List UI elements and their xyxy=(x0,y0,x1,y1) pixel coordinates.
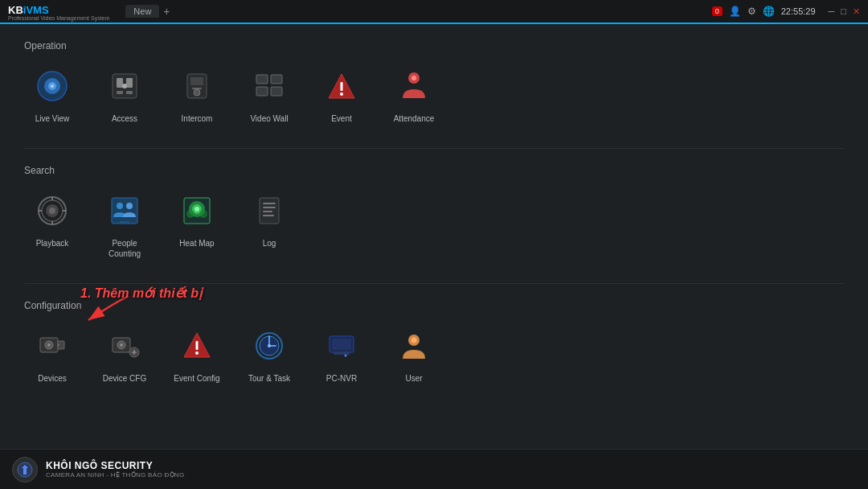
log-icon-box xyxy=(247,188,292,233)
sidebar-item-live-view[interactable]: Live View xyxy=(24,64,80,124)
event-config-icon-box xyxy=(174,323,219,368)
svg-point-39 xyxy=(186,210,194,218)
playback-label: Playback xyxy=(36,238,69,249)
pc-nvr-label: PC-NVR xyxy=(326,373,357,384)
user-icon: 👤 xyxy=(729,6,741,17)
sidebar-item-access[interactable]: Access xyxy=(96,64,153,124)
heat-map-icon-box xyxy=(174,188,219,233)
close-button[interactable]: ✕ xyxy=(853,6,860,17)
bottom-branding: KHÔI NGÔ SECURITY CAMERA AN NINH - HỆ TH… xyxy=(0,449,868,489)
section-operation-title: Operation xyxy=(24,40,844,51)
logo-sub: Professional Video Management System xyxy=(8,15,109,21)
devices-icon xyxy=(36,330,68,362)
svg-rect-8 xyxy=(126,91,133,94)
sidebar-item-tour-task[interactable]: Tour & Task xyxy=(241,323,297,384)
annotation-text: 1. Thêm mới thiết bị xyxy=(80,286,202,301)
sidebar-item-log[interactable]: Log xyxy=(241,188,297,259)
add-tab-button[interactable]: + xyxy=(163,5,170,18)
sidebar-item-attendance[interactable]: Attendance xyxy=(386,64,442,124)
svg-rect-5 xyxy=(117,78,123,88)
people-counting-icon xyxy=(108,195,141,227)
user-icon-box xyxy=(391,323,436,368)
event-icon-box xyxy=(319,64,364,109)
svg-point-38 xyxy=(194,207,199,212)
device-cfg-icon-box xyxy=(102,323,147,368)
device-cfg-icon xyxy=(108,330,141,362)
sidebar-item-heat-map[interactable]: Heat Map xyxy=(169,188,225,259)
minimize-button[interactable]: ─ xyxy=(829,6,835,17)
intercom-label: Intercom xyxy=(182,113,213,124)
svg-point-22 xyxy=(411,76,416,80)
logo-ivms: iVMS xyxy=(23,4,49,16)
log-icon xyxy=(253,195,285,227)
svg-point-33 xyxy=(126,203,133,209)
logo-kb: KB xyxy=(8,4,23,16)
search-grid: Playback People Counting xyxy=(24,188,844,259)
playback-icon-box xyxy=(30,188,75,233)
brand-logo-icon xyxy=(17,462,33,478)
sidebar-item-video-wall[interactable]: Video Wall xyxy=(241,64,297,124)
svg-point-20 xyxy=(340,92,343,96)
intercom-icon xyxy=(181,70,213,102)
sidebar-item-intercom[interactable]: Intercom xyxy=(169,64,225,124)
log-label: Log xyxy=(263,238,276,249)
people-counting-icon-box xyxy=(102,188,147,233)
attendance-icon xyxy=(398,70,430,102)
brand-main-text: KHÔI NGÔ SECURITY xyxy=(46,460,184,471)
heat-map-icon xyxy=(181,195,213,227)
tour-task-icon xyxy=(253,330,285,362)
svg-point-26 xyxy=(49,208,55,214)
device-cfg-label: Device CFG xyxy=(103,373,146,384)
intercom-icon-box xyxy=(174,64,219,109)
access-label: Access xyxy=(112,113,137,124)
svg-rect-64 xyxy=(334,352,350,355)
tab-new[interactable]: New xyxy=(125,5,159,18)
tour-task-icon-box xyxy=(247,323,292,368)
svg-rect-45 xyxy=(263,215,274,216)
settings-icon[interactable]: ⚙ xyxy=(747,6,756,17)
sidebar-item-playback[interactable]: Playback xyxy=(24,188,80,259)
divider-1 xyxy=(24,148,844,149)
svg-rect-57 xyxy=(196,341,199,350)
svg-point-49 xyxy=(47,343,51,347)
svg-point-3 xyxy=(51,84,54,88)
live-view-icon xyxy=(36,70,68,102)
svg-rect-17 xyxy=(271,87,282,96)
svg-point-67 xyxy=(411,338,417,343)
network-icon: 🌐 xyxy=(763,6,775,17)
sidebar-item-user[interactable]: User xyxy=(386,323,442,384)
configuration-section: Configuration 1. Thêm mới thiết bị xyxy=(24,300,844,384)
svg-rect-7 xyxy=(117,91,123,94)
svg-rect-14 xyxy=(256,75,268,84)
maximize-button[interactable]: □ xyxy=(841,6,846,17)
app-logo: KBiVMS Professional Video Management Sys… xyxy=(8,2,109,21)
event-config-label: Event Config xyxy=(174,373,219,384)
sidebar-item-people-counting[interactable]: People Counting xyxy=(96,188,153,259)
config-grid: Devices Device CFG xyxy=(24,323,844,384)
live-view-icon-box xyxy=(30,64,75,109)
sidebar-item-event[interactable]: Event xyxy=(313,64,370,124)
event-config-icon xyxy=(181,330,213,362)
sidebar-item-pc-nvr[interactable]: PC-NVR xyxy=(313,323,370,384)
video-wall-label: Video Wall xyxy=(250,113,288,124)
devices-label: Devices xyxy=(38,373,67,384)
svg-rect-43 xyxy=(263,207,276,208)
sidebar-item-devices[interactable]: Devices xyxy=(24,323,80,384)
playback-icon xyxy=(36,195,68,227)
people-counting-label: People Counting xyxy=(96,238,153,259)
svg-rect-31 xyxy=(112,198,137,224)
access-icon-box xyxy=(102,64,147,109)
svg-point-32 xyxy=(117,203,123,209)
svg-point-61 xyxy=(268,344,271,347)
titlebar: KBiVMS Professional Video Management Sys… xyxy=(0,0,868,24)
pc-nvr-icon-box xyxy=(319,323,364,368)
sidebar-item-device-cfg[interactable]: Device CFG xyxy=(96,323,153,384)
video-wall-icon xyxy=(253,70,285,102)
svg-rect-6 xyxy=(126,78,133,88)
operation-grid: Live View Access xyxy=(24,64,844,124)
access-icon xyxy=(108,70,141,102)
svg-point-58 xyxy=(195,351,199,355)
sidebar-item-event-config[interactable]: Event Config xyxy=(169,323,225,384)
brand-text: KHÔI NGÔ SECURITY CAMERA AN NINH - HỆ TH… xyxy=(46,460,184,479)
section-config-title: Configuration xyxy=(24,300,844,311)
